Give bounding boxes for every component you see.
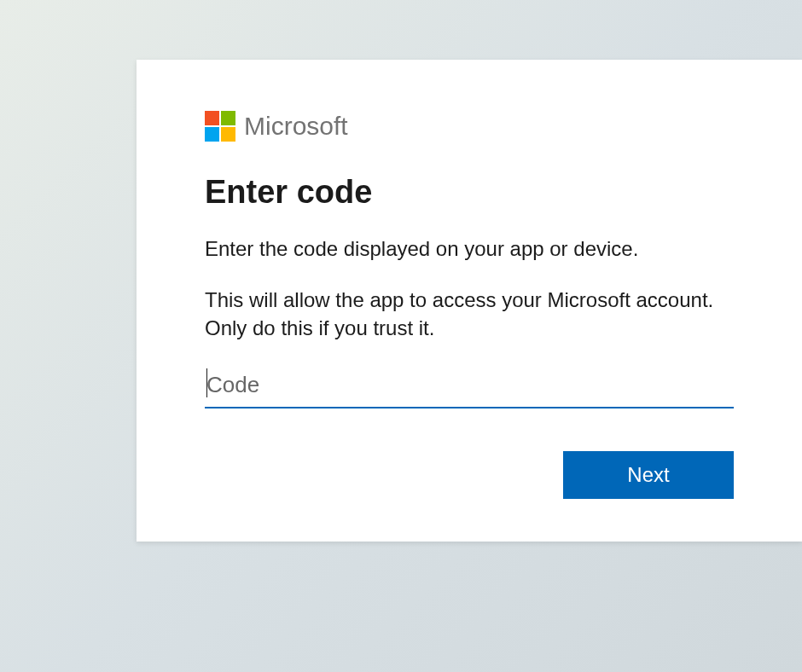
next-button[interactable]: Next [563, 451, 734, 499]
code-field-wrapper [205, 365, 734, 408]
brand-name: Microsoft [244, 112, 348, 141]
instruction-text-2: This will allow the app to access your M… [205, 286, 734, 343]
actions-row: Next [205, 451, 734, 499]
page-title: Enter code [205, 174, 734, 211]
brand-row: Microsoft [205, 111, 734, 142]
code-input[interactable] [205, 365, 734, 408]
text-cursor-icon [206, 368, 207, 397]
auth-card: Microsoft Enter code Enter the code disp… [137, 60, 802, 542]
microsoft-logo-icon [205, 111, 235, 142]
instruction-text-1: Enter the code displayed on your app or … [205, 235, 734, 264]
